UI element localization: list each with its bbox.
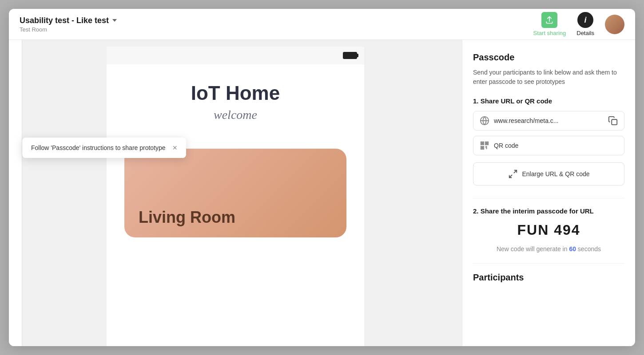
canvas-area: Follow 'Passcode' instructions to share …	[9, 40, 462, 346]
participants-title: Participants	[473, 272, 624, 283]
url-row: www.research/meta.c...	[473, 111, 624, 130]
enlarge-label: Enlarge URL & QR code	[522, 170, 590, 178]
copy-icon[interactable]	[608, 116, 618, 126]
start-sharing-button[interactable]: Start sharing	[533, 12, 566, 36]
divider	[473, 198, 624, 198]
start-sharing-icon	[541, 12, 557, 28]
tooltip-close-button[interactable]: ×	[173, 144, 178, 152]
svg-rect-5	[482, 143, 483, 144]
tooltip-text: Follow 'Passcode' instructions to share …	[31, 144, 166, 151]
header: Usability test - Like test Test Room Sta…	[9, 9, 635, 40]
prototype-frame: IoT Home welcome Living Room	[107, 47, 364, 346]
qr-code-icon	[480, 141, 489, 150]
chevron-down-icon[interactable]	[112, 19, 117, 22]
header-left: Usability test - Like test Test Room	[20, 16, 117, 33]
header-title-row: Usability test - Like test	[20, 16, 117, 25]
qr-row: QR code	[473, 136, 624, 155]
details-button[interactable]: i Details	[576, 12, 594, 36]
living-room-label: Living Room	[139, 208, 235, 227]
start-sharing-label: Start sharing	[533, 30, 566, 36]
svg-rect-1	[612, 119, 617, 125]
timer-seconds: 60	[569, 245, 576, 252]
avatar[interactable]	[605, 15, 624, 34]
main-area: Follow 'Passcode' instructions to share …	[9, 40, 635, 346]
passcode-section-title: Passcode	[473, 52, 624, 63]
svg-line-9	[509, 175, 512, 178]
link-icon	[480, 116, 489, 126]
iot-welcome-text: welcome	[214, 108, 257, 122]
timer-suffix: seconds	[576, 245, 601, 252]
svg-rect-7	[482, 147, 483, 149]
prototype-content: IoT Home welcome Living Room	[107, 64, 364, 346]
timer-prefix: New code will generate in	[497, 245, 569, 252]
app-window: Usability test - Like test Test Room Sta…	[9, 9, 635, 346]
living-room-card[interactable]: Living Room	[124, 149, 346, 237]
divider-2	[473, 263, 624, 264]
enlarge-icon	[508, 169, 518, 179]
left-partial-frame	[9, 40, 22, 346]
qr-label: QR code	[494, 142, 518, 149]
avatar-image	[605, 15, 624, 34]
passcode-description: Send your participants to link below and…	[473, 68, 624, 87]
code-timer: New code will generate in 60 seconds	[473, 245, 624, 252]
url-text: www.research/meta.c...	[494, 117, 604, 124]
upload-icon	[545, 16, 554, 24]
tooltip-overlay: Follow 'Passcode' instructions to share …	[22, 138, 186, 158]
battery-icon	[343, 52, 357, 59]
header-actions: Start sharing i Details	[533, 12, 624, 36]
svg-rect-6	[486, 143, 488, 144]
details-label: Details	[576, 30, 594, 36]
status-bar	[107, 47, 364, 64]
room-subtitle: Test Room	[20, 26, 47, 33]
iot-home-title: IoT Home	[191, 82, 280, 104]
info-icon: i	[577, 12, 593, 28]
passcode-code: FUN 494	[473, 222, 624, 238]
enlarge-button[interactable]: Enlarge URL & QR code	[473, 162, 624, 185]
step2-title: 2. Share the interim passcode for URL	[473, 207, 624, 215]
page-title: Usability test - Like test	[20, 16, 109, 25]
step1-title: 1. Share URL or QR code	[473, 97, 624, 105]
svg-line-8	[513, 170, 516, 173]
right-panel: Passcode Send your participants to link …	[462, 40, 635, 346]
